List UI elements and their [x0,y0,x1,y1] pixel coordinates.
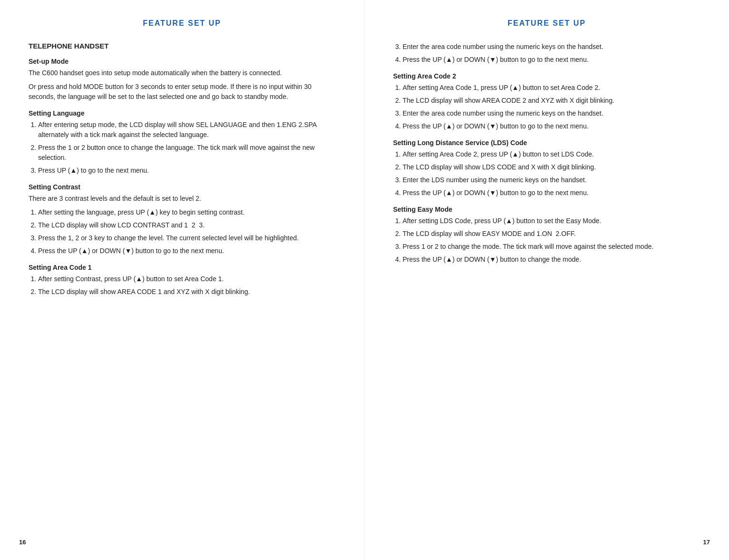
list-item: The LCD display will show EASY MODE and … [403,229,700,239]
right-page: FEATURE SET UP Enter the area code numbe… [364,0,729,560]
setting-area-code-2-title: Setting Area Code 2 [393,72,700,80]
list-item: Press UP (▲) to go to the next menu. [38,166,335,176]
list-item: Press 1 or 2 to change the mode. The tic… [403,242,700,252]
list-item: Press the UP (▲) or DOWN (▼) button to c… [403,255,700,265]
list-item: After setting the language, press UP (▲)… [38,207,335,217]
page-number-left: 16 [19,539,26,546]
setting-contrast-title: Setting Contrast [29,183,335,191]
list-item: Enter the LDS number using the numeric k… [403,175,700,185]
list-item: Press the 1, 2 or 3 key to change the le… [38,233,335,243]
list-item: Press the 1 or 2 button once to change t… [38,143,335,163]
page-number-right: 17 [703,539,710,546]
list-item: After setting Contrast, press UP (▲) but… [38,274,335,284]
list-item: Enter the area code number using the num… [403,108,700,118]
setting-language-title: Setting Language [29,109,335,117]
setting-area-code-1-title: Setting Area Code 1 [29,264,335,271]
list-item: Enter the area code number using the num… [403,42,700,52]
setup-mode-para2: Or press and hold MODE button for 3 seco… [29,82,335,102]
left-page-title: FEATURE SET UP [29,19,335,28]
list-item: Press the UP (▲) or DOWN (▼) button to g… [403,188,700,198]
left-page: FEATURE SET UP TELEPHONE HANDSET Set-up … [0,0,364,560]
list-item: The LCD display will show AREA CODE 2 an… [403,96,700,106]
setup-mode-para1: The C600 handset goes into setup mode au… [29,68,335,78]
list-item: After setting LDS Code, press UP (▲) but… [403,216,700,226]
list-item: After entering setup mode, the LCD displ… [38,120,335,140]
setting-easy-mode-title: Setting Easy Mode [393,206,700,213]
setting-area-code-2-list: After setting Area Code 1, press UP (▲) … [403,83,700,131]
list-item: Press the UP (▲) or DOWN (▼) button to g… [403,55,700,65]
right-page-title: FEATURE SET UP [393,19,700,28]
setting-contrast-list: After setting the language, press UP (▲)… [38,207,335,256]
setting-area-code-1-list: After setting Contrast, press UP (▲) but… [38,274,335,297]
list-item: After setting Area Code 1, press UP (▲) … [403,83,700,93]
setting-lds-code-list: After setting Area Code 2, press UP (▲) … [403,149,700,198]
list-item: After setting Area Code 2, press UP (▲) … [403,149,700,159]
telephone-handset-title: TELEPHONE HANDSET [29,42,335,50]
list-item: The LCD display will show LCD CONTRAST a… [38,220,335,230]
setting-contrast-para: There are 3 contrast levels and the defa… [29,194,335,204]
setting-lds-code-title: Setting Long Distance Service (LDS) Code [393,139,700,147]
setting-language-list: After entering setup mode, the LCD displ… [38,120,335,176]
list-item: Press the UP (▲) or DOWN (▼) button to g… [403,121,700,131]
list-item: The LCD display will show LDS CODE and X… [403,162,700,172]
setup-mode-title: Set-up Mode [29,58,335,65]
setting-easy-mode-list: After setting LDS Code, press UP (▲) but… [403,216,700,265]
list-item: The LCD display will show AREA CODE 1 an… [38,287,335,297]
list-item: Press the UP (▲) or DOWN (▼) button to g… [38,246,335,256]
area-code-1-continued-list: Enter the area code number using the num… [403,42,700,65]
